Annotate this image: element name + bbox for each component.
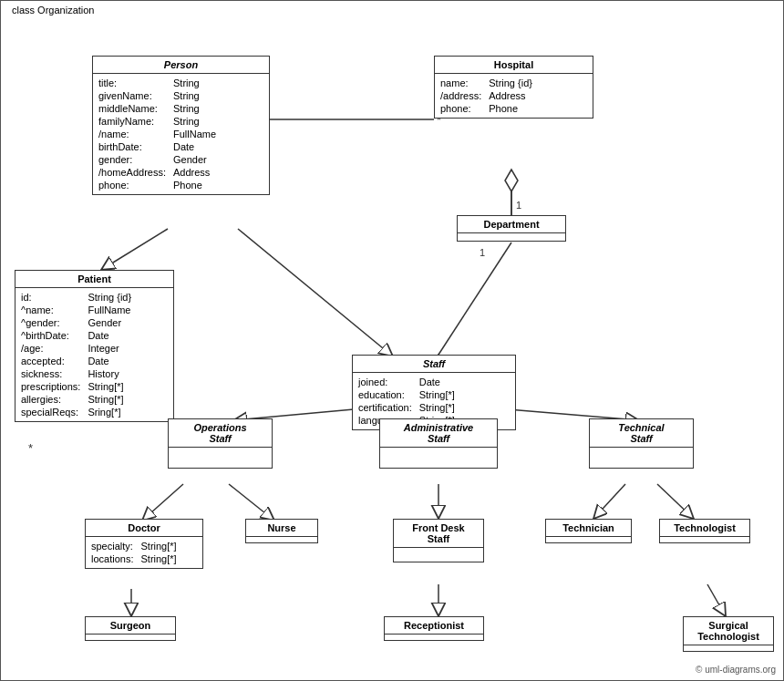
doctor-class: Doctor specialty:String[*] locations:Str…: [85, 519, 203, 569]
admin-staff-header: AdministrativeStaff: [380, 419, 497, 448]
operations-staff-class: OperationsStaff: [168, 418, 273, 469]
surgical-technologist-body: [684, 645, 773, 651]
diagram-title: class Organization: [8, 5, 98, 15]
svg-line-15: [142, 484, 183, 521]
patient-body: id:String {id} ^name:FullName ^gender:Ge…: [15, 288, 173, 421]
svg-line-22: [707, 584, 726, 616]
doctor-header: Doctor: [86, 520, 202, 537]
receptionist-header: Receptionist: [385, 617, 483, 635]
nurse-header: Nurse: [246, 520, 317, 537]
department-body: [458, 233, 565, 241]
staff-header: Staff: [353, 356, 515, 373]
svg-line-18: [593, 484, 625, 519]
technician-header: Technician: [546, 520, 631, 537]
svg-line-8: [438, 242, 511, 355]
operations-staff-header: OperationsStaff: [169, 419, 272, 448]
svg-line-1: [238, 229, 393, 356]
department-class: Department: [457, 215, 566, 242]
svg-line-0: [101, 229, 168, 270]
surgical-technologist-header: SurgicalTechnologist: [684, 617, 773, 645]
technologist-body: [660, 537, 749, 542]
surgeon-body: [86, 635, 175, 640]
svg-text:1: 1: [516, 200, 521, 211]
copyright: © uml-diagrams.org: [696, 665, 776, 675]
patient-class: Patient id:String {id} ^name:FullName ^g…: [15, 270, 174, 422]
svg-marker-3: [505, 170, 518, 191]
doctor-body: specialty:String[*] locations:String[*]: [86, 537, 202, 568]
admin-staff-body: [380, 448, 497, 453]
front-desk-header: Front DeskStaff: [394, 520, 483, 548]
surgeon-header: Surgeon: [86, 617, 175, 635]
hospital-header: Hospital: [435, 57, 593, 74]
technician-body: [546, 537, 631, 542]
operations-staff-body: [169, 448, 272, 453]
technical-staff-header: TechnicalStaff: [590, 419, 693, 448]
admin-staff-class: AdministrativeStaff: [379, 418, 498, 469]
technologist-class: Technologist: [659, 519, 750, 543]
receptionist-body: [385, 635, 483, 640]
front-desk-body: [394, 548, 483, 553]
department-header: Department: [458, 216, 565, 233]
surgical-technologist-class: SurgicalTechnologist: [683, 616, 774, 652]
technical-staff-body: [590, 448, 693, 453]
technician-class: Technician: [545, 519, 632, 543]
surgeon-class: Surgeon: [85, 616, 176, 641]
patient-header: Patient: [15, 271, 173, 288]
diagram-container: class Organization 1 *: [0, 0, 784, 681]
svg-text:*: *: [28, 441, 33, 455]
nurse-body: [246, 537, 317, 542]
technologist-header: Technologist: [660, 520, 749, 537]
person-header: Person: [93, 57, 269, 74]
svg-line-16: [229, 484, 274, 521]
hospital-class: Hospital name:String {id} /address:Addre…: [434, 56, 593, 119]
svg-text:1: 1: [480, 247, 485, 258]
technical-staff-class: TechnicalStaff: [589, 418, 694, 469]
nurse-class: Nurse: [245, 519, 318, 543]
hospital-body: name:String {id} /address:Address phone:…: [435, 74, 593, 118]
person-body: title:String givenName:String middleName…: [93, 74, 269, 194]
front-desk-class: Front DeskStaff: [393, 519, 484, 562]
person-class: Person title:String givenName:String mid…: [92, 56, 270, 195]
receptionist-class: Receptionist: [384, 616, 484, 641]
svg-line-19: [657, 484, 694, 519]
